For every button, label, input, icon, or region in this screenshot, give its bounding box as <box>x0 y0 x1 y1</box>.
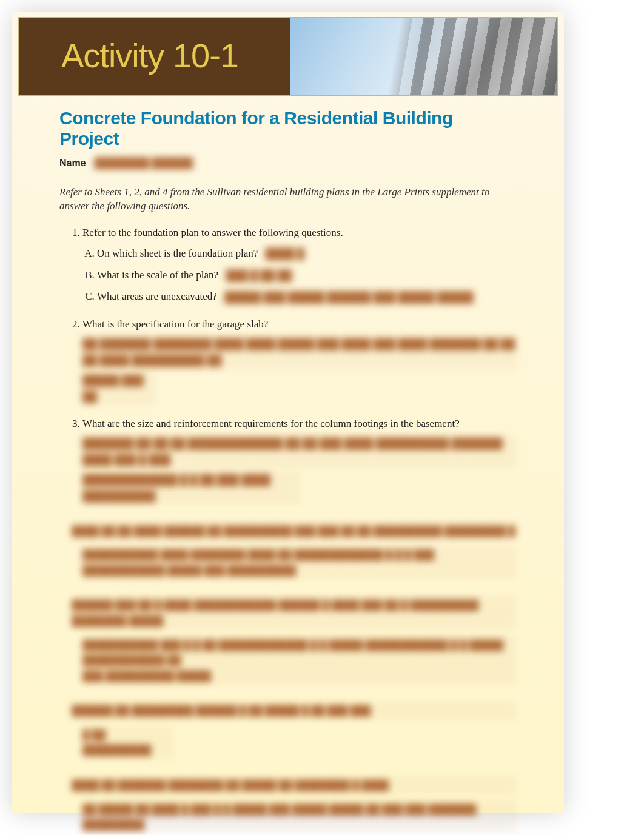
obscured-item-4: ████ ██ ██ ████ ██████ ██ ██████████ ███… <box>72 522 517 580</box>
question-3-text: What are the size and reinforcement requ… <box>82 418 460 429</box>
question-3-answer-line1: ███████ ██ ██ ██ █████████████ ██ ██ ███… <box>82 435 517 468</box>
obscured-q4: ████ ██ ██ ████ ██████ ██ ██████████ ███… <box>72 522 517 540</box>
question-1a-answer: ████ █ <box>266 246 304 262</box>
question-1a: On which sheet is the foundation plan? █… <box>97 246 517 263</box>
obscured-q5: ██████ ███ ██ █ ████ ████████████ ██████… <box>72 596 517 629</box>
obscured-item-5: ██████ ███ ██ █ ████ ████████████ ██████… <box>72 596 517 685</box>
question-1c-answer: █████ ███ █████ ██████ ███ █████ █████ <box>224 289 474 306</box>
obscured-q6: ██████ ██ █████████ ██████ █ ██ █████ █ … <box>72 702 517 720</box>
question-1c-text: What areas are unexcavated? <box>97 290 217 302</box>
question-1b: What is the scale of the plan? ███ █ ██ … <box>97 267 517 284</box>
obscured-item-6: ██████ ██ █████████ ██████ █ ██ █████ █ … <box>72 702 517 759</box>
question-3: What are the size and reinforcement requ… <box>82 416 517 505</box>
page-subtitle: Concrete Foundation for a Residential Bu… <box>59 108 517 149</box>
name-row: Name ████████ ██████ <box>59 155 517 171</box>
question-list: Refer to the foundation plan to answer t… <box>59 225 517 505</box>
question-3-answer-line2: █████████████ █ █ ██ ███ ████ ██████████ <box>82 472 301 505</box>
obscured-q7: ████ ██ ███████ ████████ ██ █████ ██ ███… <box>72 776 517 794</box>
question-2-answer-line2: █████ ███ ██ <box>82 372 155 405</box>
obscured-a4: ███████████ ████ ████████ ████ ██ ██████… <box>82 546 517 579</box>
question-2-answer-line1: ██ ███████ ████████ ████ ████ █████ ███ … <box>82 336 517 369</box>
activity-title: Activity 10-1 <box>19 18 557 75</box>
question-1b-text: What is the scale of the plan? <box>97 269 218 281</box>
question-1c: What areas are unexcavated? █████ ███ ██… <box>97 289 517 306</box>
worksheet-page: Activity 10-1 Concrete Foundation for a … <box>12 12 564 813</box>
question-1a-text: On which sheet is the foundation plan? <box>97 247 258 259</box>
content-area: Concrete Foundation for a Residential Bu… <box>12 96 564 834</box>
name-label: Name <box>59 158 86 169</box>
question-2: What is the specification for the garage… <box>82 317 517 405</box>
banner: Activity 10-1 <box>18 17 558 96</box>
instructions-text: Refer to Sheets 1, 2, and 4 from the Sul… <box>59 186 517 213</box>
question-1-sublist: On which sheet is the foundation plan? █… <box>82 246 517 306</box>
name-value: ████████ ██████ <box>95 155 193 171</box>
obscured-item-7: ████ ██ ███████ ████████ ██ █████ ██ ███… <box>72 776 517 834</box>
question-1: Refer to the foundation plan to answer t… <box>82 225 517 306</box>
question-1b-answer: ███ █ ██ ██ <box>226 267 292 284</box>
obscured-a5: ███████████ ███ █ █ ██ █████████████ █ █… <box>82 636 517 685</box>
question-1-text: Refer to the foundation plan to answer t… <box>82 227 343 238</box>
obscured-a6: █ ██ ██████████ <box>82 726 173 759</box>
question-2-text: What is the specification for the garage… <box>82 318 268 330</box>
obscured-questions: ████ ██ ██ ████ ██████ ██ ██████████ ███… <box>59 522 517 834</box>
obscured-a7: ██ █████ ██ ████ █ ███ █ █ █████ ███ ███… <box>82 800 517 834</box>
